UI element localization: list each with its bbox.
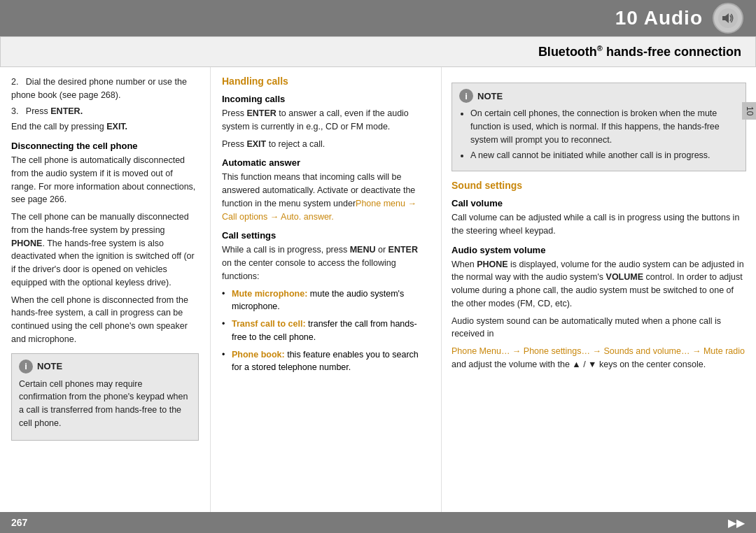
disconnecting-title: Disconnecting the cell phone <box>11 141 199 151</box>
end-call-text: End the call by pressing EXIT. <box>11 120 199 134</box>
call-settings-list: Mute microphone: mute the audio system's… <box>222 287 430 375</box>
page-container: 10 Audio Bluetooth® hands-free connectio… <box>0 0 756 533</box>
call-volume-body: Call volume can be adjusted while a call… <box>451 211 746 238</box>
note-bullet2: A new call cannot be initiated while ano… <box>470 149 738 162</box>
bullet-mute: Mute microphone: mute the audio system's… <box>222 287 430 314</box>
incoming-calls-body1: Press ENTER to answer a call, even if th… <box>222 107 430 134</box>
audio-volume-body2: Audio system sound can be automatically … <box>451 315 746 341</box>
call-settings-intro: While a call is in progress, press MENU … <box>222 243 430 283</box>
auto-answer-title: Automatic answer <box>222 157 430 168</box>
audio-system-volume-title: Audio system volume <box>451 245 746 255</box>
note-label-left: NOTE <box>37 361 62 371</box>
disconnecting-para3: When the cell phone is disconnected from… <box>11 294 199 346</box>
left-column: 2. Dial the desired phone number or use … <box>0 67 210 512</box>
note-label-right: NOTE <box>477 91 503 101</box>
auto-answer-link: Phone menu → Call options → Auto. answer… <box>222 199 416 222</box>
chapter-title: 10 Audio <box>615 7 703 29</box>
bullet-phonebook: Phone book: this feature enables you to … <box>222 348 430 375</box>
note-header-right: i NOTE <box>459 89 738 103</box>
handling-calls-title: Handling calls <box>222 76 430 87</box>
speaker-icon <box>713 3 743 34</box>
note-box-left: i NOTE Certain cell phones may require c… <box>11 353 199 441</box>
audio-volume-body1: When PHONE is displayed, volume for the … <box>451 258 746 311</box>
phone-menu-link: Phone Menu… → Phone settings… → Sounds a… <box>451 346 745 356</box>
incoming-calls-body2: Press EXIT to reject a call. <box>222 138 430 151</box>
step-3: 3. Press ENTER. <box>11 105 199 118</box>
step-2: 2. Dial the desired phone number or use … <box>11 76 199 102</box>
note-box-right: i NOTE On certain cell phones, the conne… <box>451 83 746 171</box>
auto-answer-body: This function means that incoming calls … <box>222 171 430 223</box>
note-icon-left: i <box>19 360 33 374</box>
note-icon-right: i <box>459 89 473 103</box>
section-title: Bluetooth® hands-free connection <box>538 45 741 59</box>
main-content: 2. Dial the desired phone number or use … <box>0 67 756 512</box>
note-text-left: Certain cell phones may require confirma… <box>19 378 191 430</box>
page-tab: 10 <box>742 102 756 120</box>
nav-arrow-right[interactable]: ▶▶ <box>728 516 745 530</box>
audio-volume-body3: and adjust the volume with the ▲ / ▼ key… <box>451 360 706 369</box>
top-header: 10 Audio <box>0 0 756 36</box>
call-volume-title: Call volume <box>451 198 746 208</box>
page-number: 267 <box>11 517 27 528</box>
call-settings-title: Call settings <box>222 230 430 241</box>
note-list-right: On certain cell phones, the connection i… <box>459 107 738 162</box>
right-column: i NOTE On certain cell phones, the conne… <box>441 67 756 512</box>
bottom-bar: 267 ▶▶ <box>0 512 756 533</box>
disconnecting-para1: The cell phone is automatically disconne… <box>11 154 199 206</box>
note-bullet1: On certain cell phones, the connection i… <box>470 107 738 146</box>
audio-volume-link: Phone Menu… → Phone settings… → Sounds a… <box>451 345 746 371</box>
incoming-calls-title: Incoming calls <box>222 94 430 104</box>
sound-settings-title: Sound settings <box>451 180 746 191</box>
bullet-transf: Transf call to cell: transfer the call f… <box>222 318 430 344</box>
middle-column: Handling calls Incoming calls Press ENTE… <box>210 67 441 512</box>
disconnecting-para2: The cell phone can be manually disconnec… <box>11 211 199 290</box>
note-header-left: i NOTE <box>19 360 191 374</box>
section-header: Bluetooth® hands-free connection <box>0 36 756 67</box>
